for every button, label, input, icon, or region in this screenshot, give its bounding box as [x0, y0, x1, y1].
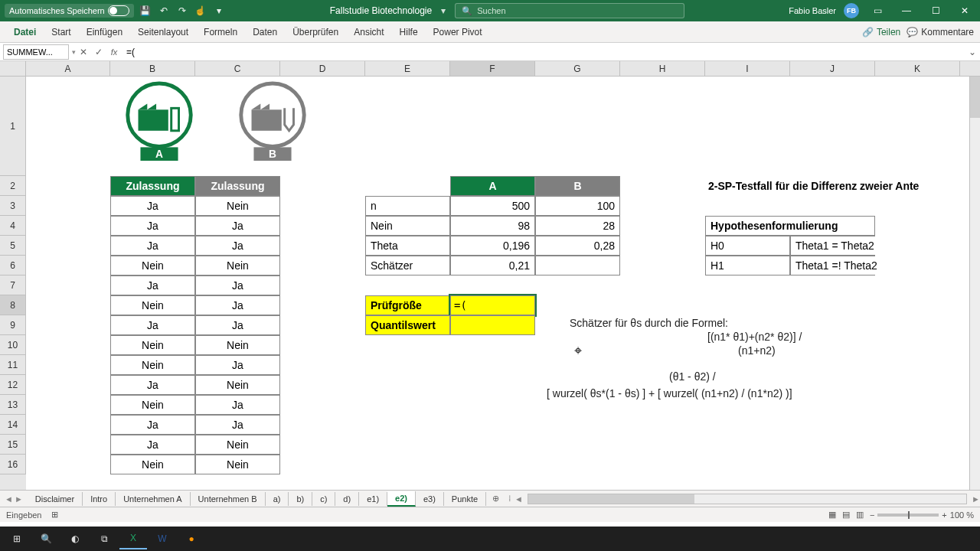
sheet-intro[interactable]: Intro — [83, 492, 116, 506]
colhdr-I[interactable]: I — [705, 61, 790, 76]
cell-E3[interactable]: n — [365, 196, 450, 216]
zoom-out-icon[interactable]: − — [870, 510, 874, 520]
colhdr-K[interactable]: K — [875, 61, 960, 76]
cell-F5[interactable]: 0,196 — [450, 236, 535, 256]
cell-C9[interactable]: Ja — [195, 315, 280, 335]
tab-einfuegen[interactable]: Einfügen — [79, 22, 130, 42]
vertical-scrollbar[interactable] — [969, 77, 980, 490]
hscroll-right-icon[interactable]: ► — [972, 494, 980, 504]
save-icon[interactable]: 💾 — [139, 4, 152, 18]
sheet-nav-prev-icon[interactable]: ◄ — [5, 494, 13, 504]
cell-G4[interactable]: 28 — [535, 216, 620, 236]
rowhdr-14[interactable]: 14 — [0, 415, 26, 435]
cell-B3[interactable]: Ja — [110, 196, 195, 216]
cancel-formula-icon[interactable]: ✕ — [76, 45, 91, 59]
cell-C2[interactable]: Zulassung — [195, 176, 280, 196]
cell-B2[interactable]: Zulassung — [110, 176, 195, 196]
tab-seitenlayout[interactable]: Seitenlayout — [130, 22, 196, 42]
tab-daten[interactable]: Daten — [245, 22, 285, 42]
doc-dropdown-icon[interactable]: ▾ — [441, 5, 446, 16]
rowhdr-1[interactable]: 1 — [0, 77, 26, 176]
view-layout-icon[interactable]: ▤ — [842, 510, 850, 520]
cell-C11[interactable]: Ja — [195, 355, 280, 375]
zoom-in-icon[interactable]: + — [942, 510, 946, 520]
cell-B16[interactable]: Nein — [110, 455, 195, 474]
search-input[interactable]: 🔍 Suchen — [455, 3, 684, 18]
minimize-button[interactable]: — — [896, 2, 917, 19]
redo-icon[interactable]: ↷ — [175, 4, 189, 18]
cell-C12[interactable]: Nein — [195, 375, 280, 395]
cell-E9[interactable]: Quantilswert — [365, 315, 450, 335]
excel-taskbar-icon[interactable]: X — [119, 528, 147, 549]
expand-formula-icon[interactable]: ⌄ — [965, 47, 980, 57]
cell-B13[interactable]: Nein — [110, 395, 195, 415]
view-normal-icon[interactable]: ▦ — [828, 510, 836, 520]
cell-E8[interactable]: Prüfgröße — [365, 295, 450, 315]
cell-J6[interactable]: Theta1 =! Theta2 — [790, 256, 875, 276]
rowhdr-10[interactable]: 10 — [0, 335, 26, 355]
colhdr-E[interactable]: E — [365, 61, 450, 76]
add-sheet-button[interactable]: ⊕ — [486, 492, 505, 505]
rowhdr-4[interactable]: 4 — [0, 216, 26, 236]
toggle-switch-icon[interactable] — [108, 5, 129, 16]
word-taskbar-icon[interactable]: W — [149, 528, 176, 549]
firefox-taskbar-icon[interactable]: ● — [178, 528, 205, 549]
sheet-a[interactable]: a) — [266, 492, 289, 506]
cell-F6[interactable]: 0,21 — [450, 256, 535, 276]
cell-B15[interactable]: Ja — [110, 435, 195, 455]
undo-icon[interactable]: ↶ — [157, 4, 171, 18]
touch-icon[interactable]: ☝ — [194, 4, 207, 18]
tab-ansicht[interactable]: Ansicht — [346, 22, 391, 42]
rowhdr-7[interactable]: 7 — [0, 276, 26, 295]
rowhdr-13[interactable]: 13 — [0, 395, 26, 415]
ribbon-mode-icon[interactable]: ▭ — [867, 2, 888, 19]
zoom-value[interactable]: 100 % — [950, 510, 974, 520]
rowhdr-6[interactable]: 6 — [0, 256, 26, 276]
tab-datei[interactable]: Datei — [6, 22, 44, 42]
cell-B4[interactable]: Ja — [110, 216, 195, 236]
colhdr-G[interactable]: G — [535, 61, 620, 76]
cell-B6[interactable]: Nein — [110, 256, 195, 276]
cell-E5[interactable]: Theta — [365, 236, 450, 256]
sheet-disclaimer[interactable]: Disclaimer — [28, 492, 83, 506]
tab-start[interactable]: Start — [44, 22, 78, 42]
tab-ueberpruefen[interactable]: Überprüfen — [285, 22, 346, 42]
colhdr-C[interactable]: C — [195, 61, 280, 76]
cell-C3[interactable]: Nein — [195, 196, 280, 216]
search-taskbar-icon[interactable]: 🔍 — [32, 528, 60, 549]
colhdr-B[interactable]: B — [110, 61, 195, 76]
sheet-c[interactable]: c) — [312, 492, 335, 506]
cell-B9[interactable]: Ja — [110, 315, 195, 335]
dropdown-icon[interactable]: ▾ — [212, 4, 226, 18]
formula-input[interactable]: =( — [122, 44, 965, 60]
cell-G5[interactable]: 0,28 — [535, 236, 620, 256]
rowhdr-3[interactable]: 3 — [0, 196, 26, 216]
name-box[interactable]: SUMMEW... — [3, 44, 69, 60]
rowhdr-11[interactable]: 11 — [0, 355, 26, 375]
rowhdr-16[interactable]: 16 — [0, 455, 26, 474]
cell-B8[interactable]: Nein — [110, 295, 195, 315]
rowhdr-12[interactable]: 12 — [0, 375, 26, 395]
cell-J5[interactable]: Theta1 = Theta2 — [790, 236, 875, 256]
taskview-icon[interactable]: ⧉ — [90, 528, 118, 549]
rowhdr-9[interactable]: 9 — [0, 315, 26, 335]
share-button[interactable]: 🔗Teilen — [862, 27, 900, 37]
cell-C8[interactable]: Ja — [195, 295, 280, 315]
cell-G6[interactable] — [535, 256, 620, 276]
cell-C7[interactable]: Ja — [195, 276, 280, 295]
horizontal-scrollbar[interactable] — [528, 494, 967, 504]
cell-F2[interactable]: A — [450, 176, 535, 196]
accept-formula-icon[interactable]: ✓ — [91, 45, 106, 59]
rowhdr-5[interactable]: 5 — [0, 236, 26, 256]
cell-C13[interactable]: Ja — [195, 395, 280, 415]
colhdr-D[interactable]: D — [280, 61, 365, 76]
sheet-unternehmen-b[interactable]: Unternehmen B — [191, 492, 266, 506]
cell-C6[interactable]: Nein — [195, 256, 280, 276]
cell-I5[interactable]: H0 — [705, 236, 790, 256]
cell-G3[interactable]: 100 — [535, 196, 620, 216]
sheet-e1[interactable]: e1) — [359, 492, 387, 506]
cell-B10[interactable]: Nein — [110, 335, 195, 355]
cell-I2[interactable]: 2-SP-Testfall für die Differenz zweier A… — [705, 176, 790, 196]
cortana-icon[interactable]: ◐ — [61, 528, 89, 549]
select-all-triangle[interactable] — [0, 61, 26, 76]
